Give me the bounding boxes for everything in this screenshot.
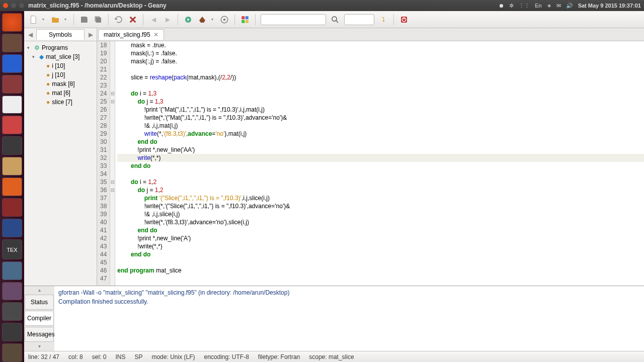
message-tab-messages[interactable]: Messages	[25, 327, 54, 342]
nav-fwd-icon[interactable]: ▶	[163, 15, 173, 25]
editor-pane: matrix_slicing.f95 ✕ 1819202122232425262…	[97, 28, 644, 286]
file-tab-active[interactable]: matrix_slicing.f95 ✕	[98, 29, 164, 40]
quit-icon[interactable]	[399, 15, 409, 25]
message-tabs: ▴ Status Compiler Messages ▾	[24, 286, 54, 351]
build-icon[interactable]	[197, 15, 207, 25]
system-tray: ⏺ ✲ ⋮⋮ En ∗ ✉ 🔊 Sat May 9 2015 19:37:01	[499, 3, 641, 9]
code-editor[interactable]: 1819202122232425262728293031323334353637…	[97, 41, 644, 286]
find-input[interactable]	[261, 14, 326, 25]
maximize-window-icon[interactable]	[19, 3, 24, 8]
svg-rect-6	[246, 20, 249, 23]
new-file-dropdown[interactable]: ▾	[42, 17, 46, 22]
language-indicator[interactable]: En	[535, 3, 541, 9]
firefox-icon[interactable]	[2, 54, 22, 73]
open-file-dropdown[interactable]: ▾	[64, 17, 68, 22]
file-tab-close-icon[interactable]: ✕	[153, 31, 158, 38]
app7-icon[interactable]	[2, 323, 22, 341]
status-enc: encoding: UTF-8	[204, 353, 249, 360]
status-ins: INS	[115, 353, 125, 360]
message-window: ▴ Status Compiler Messages ▾ gfortran -W…	[24, 286, 644, 351]
compiler-output[interactable]: gfortran -Wall -o "matrix_slicing" "matr…	[54, 286, 644, 351]
svg-point-2	[223, 18, 226, 21]
dash-icon[interactable]	[2, 13, 22, 32]
status-mode: mode: Unix (LF)	[151, 353, 195, 360]
app5-icon[interactable]	[2, 282, 22, 301]
close-window-icon[interactable]	[3, 3, 8, 8]
compile-icon[interactable]	[183, 15, 193, 25]
symbol-variable[interactable]: ●slice [7]	[25, 98, 96, 107]
app3-icon[interactable]	[2, 219, 22, 237]
message-tab-down[interactable]: ▾	[24, 342, 54, 350]
message-tab-compiler[interactable]: Compiler	[25, 311, 54, 326]
wifi-icon[interactable]: ⋮⋮	[519, 3, 530, 9]
svg-rect-4	[246, 16, 249, 19]
file-tab-label: matrix_slicing.f95	[104, 31, 150, 38]
terminal-icon[interactable]	[2, 136, 22, 155]
files-icon[interactable]	[2, 34, 22, 52]
compiler-line: Compilation finished successfully.	[58, 297, 640, 306]
fold-gutter[interactable]: ⊟⊟⊟⊟	[110, 41, 115, 286]
minimize-window-icon[interactable]	[11, 3, 16, 8]
vlc-icon[interactable]	[2, 177, 22, 196]
symbol-programs[interactable]: ▾⚙Programs	[25, 43, 96, 52]
reload-icon[interactable]	[114, 15, 124, 25]
goto-icon[interactable]: ⤵	[378, 15, 388, 25]
close-file-icon[interactable]	[128, 15, 138, 25]
symbol-variable[interactable]: ●mat [6]	[25, 88, 96, 98]
find-icon[interactable]	[330, 15, 340, 25]
symbol-variable[interactable]: ●i [10]	[25, 61, 96, 70]
volume-icon[interactable]: 🔊	[566, 3, 573, 9]
message-tab-status[interactable]: Status	[25, 295, 54, 310]
message-tab-up[interactable]: ▴	[24, 286, 54, 294]
svg-rect-5	[242, 20, 245, 23]
save-all-icon[interactable]	[93, 15, 103, 25]
geany-icon[interactable]	[2, 157, 22, 175]
status-line: line: 32 / 47	[28, 353, 59, 360]
line-number-gutter: 1819202122232425262728293031323334353637…	[97, 41, 110, 286]
goto-line-input[interactable]	[344, 14, 374, 25]
save-icon[interactable]	[79, 15, 89, 25]
sidebar: ◀ Symbols ▶ ▾⚙Programs ▾◆mat_slice [3] ●…	[24, 28, 97, 286]
chrome-icon[interactable]	[2, 96, 22, 114]
system-titlebar: matrix_slicing.f95 - /home/arun/Desktop …	[0, 0, 644, 11]
bluetooth-icon[interactable]: ∗	[547, 3, 551, 9]
clock[interactable]: Sat May 9 2015 19:37:01	[578, 3, 641, 9]
sidebar-tab-prev[interactable]: ◀	[24, 31, 36, 38]
new-file-icon[interactable]	[28, 15, 38, 25]
app-icon[interactable]	[2, 75, 22, 94]
status-scope: scope: mat_slice	[309, 353, 354, 360]
build-dropdown[interactable]: ▾	[211, 17, 215, 22]
trash-icon[interactable]	[2, 343, 22, 362]
record-icon[interactable]: ⏺	[499, 3, 504, 9]
unity-launcher: TEX	[0, 11, 24, 362]
symbol-program[interactable]: ▾◆mat_slice [3]	[25, 52, 96, 61]
nav-back-icon[interactable]: ◀	[148, 15, 158, 25]
window-title: matrix_slicing.f95 - /home/arun/Desktop …	[28, 2, 167, 9]
status-bar: line: 32 / 47 col: 8 sel: 0 INS SP mode:…	[24, 351, 644, 362]
app6-icon[interactable]	[2, 302, 22, 321]
sidebar-tab-next[interactable]: ▶	[85, 31, 97, 38]
svg-rect-3	[242, 16, 245, 19]
symbols-tree: ▾⚙Programs ▾◆mat_slice [3] ●i [10]●j [10…	[24, 41, 97, 109]
tex-icon[interactable]: TEX	[2, 239, 22, 259]
sidebar-tab-symbols[interactable]: Symbols	[36, 29, 85, 40]
symbol-variable[interactable]: ●mask [8]	[25, 79, 96, 88]
open-file-icon[interactable]	[50, 15, 60, 25]
color-chooser-icon[interactable]	[240, 15, 250, 25]
compiler-line: gfortran -Wall -o "matrix_slicing" "matr…	[58, 288, 640, 297]
status-col: col: 8	[68, 353, 83, 360]
symbol-variable[interactable]: ●j [10]	[25, 70, 96, 79]
file-tabs: matrix_slicing.f95 ✕	[97, 28, 644, 41]
window-controls	[3, 3, 24, 8]
dropbox-icon[interactable]: ✲	[509, 3, 514, 9]
mail-icon[interactable]: ✉	[556, 3, 561, 9]
status-filetype: filetype: Fortran	[258, 353, 300, 360]
geany-app: ▾ ▾ ◀ ▶ ▾ ⤵ ◀ Symbols ▶	[24, 11, 644, 362]
code-text[interactable]: mask = .true. mask(i,:) = .false. mask(:…	[115, 41, 644, 286]
app4-icon[interactable]	[2, 261, 22, 280]
status-sp: SP	[134, 353, 142, 360]
execute-icon[interactable]	[219, 15, 229, 25]
app2-icon[interactable]	[2, 198, 22, 217]
software-icon[interactable]	[2, 116, 22, 134]
main-toolbar: ▾ ▾ ◀ ▶ ▾ ⤵	[24, 11, 644, 28]
